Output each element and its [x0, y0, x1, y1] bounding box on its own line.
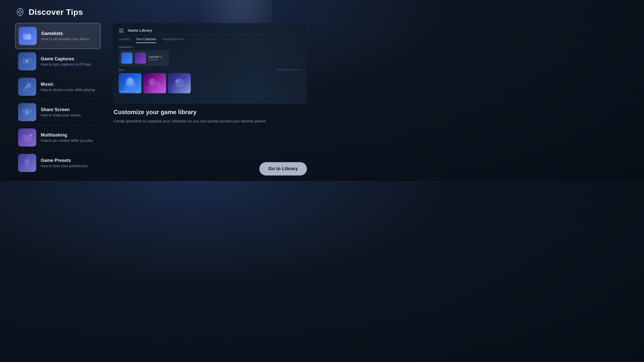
svg-rect-37: [119, 31, 121, 33]
main-content: Gamelists How to personalize your librar…: [15, 23, 307, 175]
tip-subtitle-share-screen: How to share your screen: [41, 113, 81, 117]
svg-point-47: [176, 79, 179, 83]
preview-area: Game Library Installed Your Collection P…: [113, 23, 307, 104]
tip-icon-share-screen: [18, 103, 36, 121]
tip-subtitle-multitasking: How to pin content while you play: [41, 139, 93, 143]
mock-thumb-2: [135, 53, 146, 64]
page-header: Discover Tips: [15, 7, 307, 17]
tip-text-share-screen: Share Screen How to share your screen: [41, 107, 81, 117]
mock-tab-installed: Installed: [119, 37, 130, 43]
detail-title: Customize your game library: [114, 109, 306, 116]
tip-icon-game-presets: [18, 154, 36, 172]
svg-rect-38: [122, 31, 123, 33]
svg-point-43: [149, 78, 156, 85]
game-library-mock: Game Library Installed Your Collection P…: [113, 23, 307, 104]
tip-item-multitasking[interactable]: Multitasking How to pin content while yo…: [15, 125, 101, 150]
tip-text-game-captures: Game Captures How to sync captures to PS…: [41, 56, 91, 66]
svg-point-44: [155, 81, 160, 86]
svg-point-46: [175, 78, 184, 87]
tip-text-gamelists: Gamelists How to personalize your librar…: [41, 31, 90, 41]
tip-title-share-screen: Share Screen: [41, 107, 81, 112]
svg-point-27: [30, 134, 32, 136]
mock-gamelist-card: Gamelist 1 2 games: [119, 50, 169, 66]
svg-point-24: [24, 109, 28, 113]
tip-title-music: Music: [41, 82, 95, 87]
mock-library-icon: [119, 28, 124, 33]
tip-list: Gamelists How to personalize your librar…: [15, 23, 101, 175]
mock-tab-psplus: PlayStation Plus: [162, 37, 184, 43]
mock-game-card-sackboy: [168, 73, 191, 93]
mock-gamelist-name: Gamelist 1: [148, 55, 162, 58]
mock-tab-your-collection: Your Collection: [136, 37, 156, 43]
description-area: Customize your game library Create gamel…: [113, 109, 307, 124]
tip-subtitle-game-captures: How to sync captures to PS App: [41, 62, 91, 66]
tip-subtitle-music: How to stream music while playing: [41, 88, 95, 92]
svg-line-33: [24, 160, 25, 161]
tip-title-game-captures: Game Captures: [41, 56, 91, 62]
page-container: Discover Tips: [0, 0, 322, 181]
tip-subtitle-game-presets: How to save your preferences: [41, 164, 88, 168]
mock-figure: [257, 23, 307, 104]
svg-point-0: [19, 11, 21, 13]
tip-item-music[interactable]: Music How to stream music while playing: [15, 74, 101, 100]
svg-point-42: [147, 84, 162, 93]
detail-description: Create gamelists to organize your collec…: [114, 118, 306, 124]
svg-rect-35: [119, 29, 121, 30]
tip-text-multitasking: Multitasking How to pin content while yo…: [41, 132, 93, 143]
svg-rect-8: [24, 34, 31, 39]
tip-title-multitasking: Multitasking: [41, 132, 93, 138]
mock-game-card-astro: Installed: [119, 73, 141, 93]
go-to-library-button[interactable]: Go to Library: [259, 162, 307, 175]
mock-gamelist-info: Gamelist 1 2 games: [148, 55, 162, 61]
svg-point-17: [25, 86, 27, 89]
tip-icon-game-captures: [18, 52, 36, 70]
tip-item-share-screen[interactable]: Share Screen How to share your screen: [15, 100, 101, 125]
tip-title-game-presets: Game Presets: [41, 158, 88, 163]
tip-item-game-presets[interactable]: Game Presets How to save your preference…: [15, 150, 101, 175]
tip-icon-gamelists: [19, 27, 37, 45]
svg-rect-26: [25, 137, 31, 141]
svg-line-34: [29, 164, 30, 165]
page-title: Discover Tips: [29, 8, 83, 17]
mock-header-title: Game Library: [128, 28, 152, 32]
tip-item-game-captures[interactable]: Game Captures How to sync captures to PS…: [15, 49, 101, 74]
tip-item-gamelists[interactable]: Gamelists How to personalize your librar…: [15, 23, 101, 49]
svg-rect-36: [122, 29, 123, 30]
tip-title-gamelists: Gamelists: [41, 31, 90, 36]
tip-icon-music: [18, 78, 36, 96]
action-row: Go to Library: [113, 162, 307, 175]
tip-text-game-presets: Game Presets How to save your preference…: [41, 158, 88, 168]
tip-text-music: Music How to stream music while playing: [41, 82, 95, 92]
tip-icon-multitasking: [18, 128, 36, 147]
detail-panel: Game Library Installed Your Collection P…: [113, 23, 307, 175]
mock-game-card-ratchet: [143, 73, 166, 93]
tip-subtitle-gamelists: How to personalize your library: [41, 37, 90, 41]
discover-tips-icon: [15, 7, 25, 17]
svg-point-41: [128, 78, 133, 83]
svg-point-18: [29, 86, 31, 88]
mock-gamelist-count: 2 games: [148, 58, 162, 61]
mock-thumb-1: [121, 53, 132, 64]
